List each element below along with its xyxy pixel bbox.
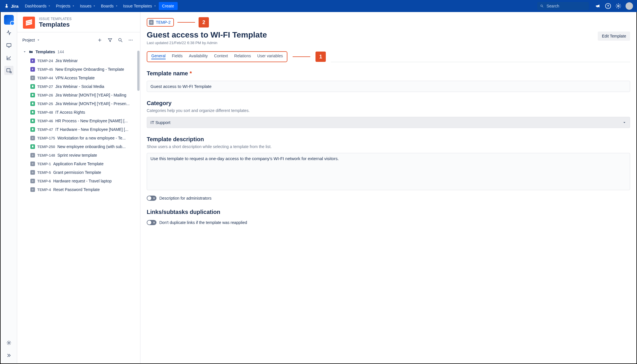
template-key: TEMP-47: [37, 127, 53, 132]
template-item[interactable]: TEMP-25Jira Webinar [MONTH] [YEAR] - Pre…: [29, 99, 137, 108]
template-item[interactable]: TEMP-148Sprint review template: [29, 151, 137, 160]
scrollbar-thumb[interactable]: [137, 51, 140, 91]
tree-root[interactable]: Templates 144: [22, 48, 137, 56]
issue-key-link[interactable]: TEMP-2: [156, 20, 170, 25]
jira-logo[interactable]: Jira: [4, 3, 19, 9]
search-button[interactable]: [116, 36, 125, 44]
template-name: Grant permission Template: [53, 170, 101, 175]
app-shell: ISSUE TEMPLATES Templates Project Templa…: [0, 12, 637, 364]
tab-user-variables[interactable]: User variables: [257, 54, 283, 59]
svg-line-12: [121, 41, 122, 42]
edit-template-button[interactable]: Edit Template: [598, 32, 630, 41]
svg-point-20: [32, 172, 33, 173]
svg-point-11: [119, 38, 121, 41]
chevron-down-icon: [37, 38, 40, 42]
template-type-icon: [30, 84, 35, 89]
rail-browse-icon[interactable]: [4, 66, 13, 75]
nav-links: DashboardsProjectsIssuesBoardsIssue Temp…: [25, 4, 156, 8]
svg-point-10: [8, 342, 9, 344]
duplication-toggle-row: ✕ Don't duplicate links if the template …: [147, 220, 630, 225]
tree-count: 144: [57, 50, 64, 54]
template-name: Sprint review template: [57, 153, 97, 158]
svg-text:?: ?: [607, 4, 609, 8]
tree-title: Templates: [36, 50, 55, 54]
add-button[interactable]: [95, 36, 104, 44]
template-item[interactable]: TEMP-250New employee onboarding (with su…: [29, 142, 137, 151]
description-textarea[interactable]: [147, 153, 630, 190]
settings-icon[interactable]: [615, 3, 622, 9]
template-type-icon: [30, 187, 35, 192]
template-item[interactable]: TEMP-47IT Hardware - New Employee [NAME]…: [29, 125, 137, 134]
create-button[interactable]: Create: [159, 2, 178, 10]
template-name-input[interactable]: [147, 81, 630, 92]
template-name: Application Failure Template: [53, 162, 104, 166]
template-item[interactable]: TEMP-48IT Access Rights: [29, 108, 137, 117]
template-key: TEMP-250: [37, 145, 55, 149]
project-dropdown[interactable]: Project: [22, 38, 40, 42]
nav-link[interactable]: Boards: [101, 4, 118, 8]
app-switcher[interactable]: [4, 15, 14, 25]
template-item[interactable]: TEMP-4Reset Password Template: [29, 185, 137, 194]
rail-chart-icon[interactable]: [4, 53, 13, 62]
svg-point-17: [32, 137, 33, 138]
global-search[interactable]: [537, 2, 589, 10]
svg-point-19: [32, 163, 33, 164]
annotation-badge-1: 1: [315, 52, 326, 62]
template-type-icon: [30, 136, 35, 140]
template-item[interactable]: TEMP-46HR Process - New Employee [NAME] …: [29, 117, 137, 125]
template-item[interactable]: TEMP-6Hardware request - Travel laptop: [29, 177, 137, 185]
panel-title: Templates: [39, 21, 72, 28]
template-key: TEMP-6: [37, 179, 51, 183]
template-item[interactable]: TEMP-1Application Failure Template: [29, 160, 137, 168]
desc-admin-toggle-row: ✕ Description for administrators: [147, 196, 630, 201]
filter-button[interactable]: [106, 36, 114, 44]
tab-context[interactable]: Context: [214, 54, 228, 59]
tab-general[interactable]: General: [151, 54, 166, 59]
rail-activity-icon[interactable]: [4, 28, 13, 37]
template-item[interactable]: TEMP-27Jira Webinar - Social Media: [29, 82, 137, 91]
svg-point-8: [10, 71, 11, 73]
rail-monitor-icon[interactable]: [4, 41, 13, 50]
template-type-icon: [30, 153, 35, 158]
search-input[interactable]: [546, 3, 586, 9]
rail-expand-icon[interactable]: [4, 351, 13, 360]
tab-availability[interactable]: Availability: [189, 54, 208, 59]
tab-relations[interactable]: Relations: [234, 54, 251, 59]
issue-key-annotation: TEMP-2: [147, 18, 174, 27]
template-type-icon: [30, 119, 35, 123]
nav-link[interactable]: Issues: [80, 4, 96, 8]
nav-link[interactable]: Dashboards: [25, 4, 51, 8]
megaphone-icon[interactable]: [595, 3, 601, 9]
template-name: New Employee Onboarding - Template: [55, 67, 124, 72]
template-type-icon: [30, 170, 35, 175]
category-select[interactable]: IT Support: [147, 117, 630, 128]
desc-admin-toggle[interactable]: ✕: [147, 196, 156, 201]
chevron-down-icon: [93, 5, 96, 7]
issue-type-icon: [149, 20, 154, 25]
tabs-annotation: GeneralFieldsAvailabilityContextRelation…: [147, 51, 287, 62]
template-item[interactable]: TEMP-26Jira Webinar [MONTH] [YEAR] - Mai…: [29, 91, 137, 99]
template-name: Jira Webinar - Social Media: [55, 84, 104, 89]
template-item[interactable]: TEMP-175Workstation for a new employee -…: [29, 134, 137, 142]
duplication-toggle[interactable]: ✕: [147, 220, 156, 225]
svg-point-23: [151, 22, 152, 23]
template-item[interactable]: TEMP-45New Employee Onboarding - Templat…: [29, 65, 137, 74]
template-item[interactable]: TEMP-44VPN Access Template: [29, 74, 137, 82]
template-type-icon: [30, 58, 35, 63]
duplication-label: Links/subtasks duplication: [147, 209, 630, 215]
svg-point-16: [32, 77, 33, 78]
svg-point-22: [32, 189, 33, 190]
tab-rule: [331, 62, 630, 62]
user-avatar[interactable]: [626, 2, 633, 10]
tab-fields[interactable]: Fields: [172, 54, 183, 59]
more-button[interactable]: [126, 36, 135, 44]
annotation-line: [177, 22, 195, 23]
template-item[interactable]: TEMP-24Jira Webinar: [29, 56, 137, 65]
rail-settings-icon[interactable]: [4, 338, 13, 347]
help-icon[interactable]: ?: [605, 3, 611, 9]
template-item[interactable]: TEMP-5Grant permission Template: [29, 168, 137, 177]
template-name: Jira Webinar [MONTH] [YEAR] - Presen...: [55, 101, 130, 106]
nav-link[interactable]: Issue Templates: [123, 4, 156, 8]
nav-link[interactable]: Projects: [56, 4, 75, 8]
tabs-row: GeneralFieldsAvailabilityContextRelation…: [147, 51, 630, 62]
